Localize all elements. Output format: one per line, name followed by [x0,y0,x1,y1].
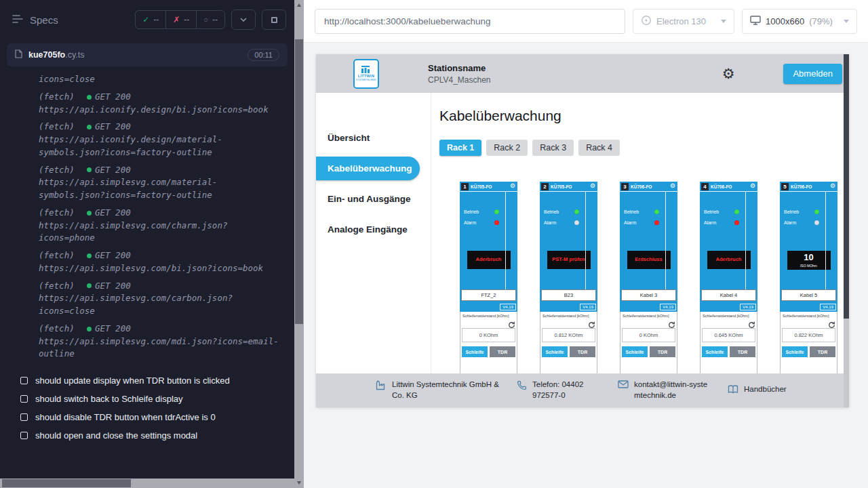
tdr-button[interactable]: TDR [650,346,675,357]
tdr-button[interactable]: TDR [810,346,835,357]
network-log-entry[interactable]: (fetch)GET 200 https://api.iconify.desig… [39,121,286,159]
panel-divider [505,192,506,300]
status-display: Erdschluss [627,251,671,269]
card-gear-icon[interactable]: ⚙ [590,183,595,189]
gear-icon[interactable]: ⚙ [722,66,735,81]
status-display: 10 ISO MOhm [787,251,831,270]
email-link[interactable]: kontakt@littwin-systemtechnik.de [618,380,710,401]
tab-rack-3[interactable]: Rack 3 [532,140,574,156]
scroll-up-arrow[interactable] [297,3,301,7]
slot-number: 1 [461,183,469,190]
url-input[interactable] [315,9,625,34]
scrollbar-thumb[interactable] [295,39,303,324]
test-list: should update display when TDR button is… [0,371,294,445]
test-item[interactable]: should switch back to Schleife display [0,390,294,408]
measurement-value: 0 KOhm [462,328,515,342]
network-log-entry[interactable]: (fetch)GET 200 https://api.simplesvg.com… [39,280,286,318]
schleife-button[interactable]: Schleife [542,346,568,357]
network-log-entry[interactable]: (fetch)GET 200 https://api.iconify.desig… [39,91,286,117]
collapse-button[interactable] [231,9,256,30]
firmware-version: V4.19 [500,304,516,310]
device-model: KÜ706-FO [711,184,732,189]
runner-vertical-scrollbar[interactable] [294,0,304,488]
spec-file-icon [15,49,22,61]
spec-file-name: kue705fo.cy.ts [28,50,84,60]
firmware-version: V4.19 [820,304,836,310]
refresh-icon[interactable] [668,319,675,327]
spec-file-row[interactable]: kue705fo.cy.ts 00:11 [7,43,288,66]
runner-header: Specs ✓ -- ✗ -- ○ -- [0,0,294,39]
passed-count[interactable]: ✓ -- [136,11,165,28]
status-display: Aderbruch [467,251,511,269]
scrollbar-thumb[interactable] [844,54,849,319]
tab-rack-4[interactable]: Rack 4 [578,140,620,156]
test-item[interactable]: should update display when TDR button is… [0,371,294,390]
tdr-button[interactable]: TDR [570,346,595,357]
card-gear-icon[interactable]: ⚙ [750,183,755,189]
refresh-icon[interactable] [508,319,515,327]
electron-icon [641,15,652,28]
browser-select[interactable]: Electron 130 [633,9,734,34]
measurement-panel: Schleifenwiderstand [kOhm] 0 KOhm Schlei… [620,312,677,374]
tab-rack-2[interactable]: Rack 2 [486,140,528,156]
specs-list-icon[interactable] [12,14,23,26]
station-label: Stationsname [428,63,491,73]
betrieb-led [734,209,739,214]
measurement-value: 0.645 KOhm [702,328,755,342]
network-log-entry[interactable]: (fetch)GET 200 https://api.simplesvg.com… [39,249,286,275]
manuals-link[interactable]: Handbücher [728,384,787,397]
test-runner-panel: Specs ✓ -- ✗ -- ○ -- [0,0,304,488]
monitor-icon [750,16,761,27]
measurement-value: 0.822 KOhm [782,328,835,342]
refresh-icon[interactable] [748,319,755,327]
alarm-led [574,220,579,225]
runner-horizontal-scrollbar[interactable] [0,479,294,488]
network-log-entry[interactable]: (fetch)GET 200 https://api.simplesvg.com… [39,323,286,361]
logout-button[interactable]: Abmelden [783,64,842,84]
pending-count[interactable]: ○ -- [196,11,224,28]
scrollbar-thumb[interactable] [2,479,131,487]
tdr-button[interactable]: TDR [730,346,755,357]
stop-button[interactable] [262,9,286,30]
circle-icon: ○ [203,16,208,24]
refresh-icon[interactable] [828,319,835,327]
littwin-logo: LITTWIN SYSTEMTECHNIK [353,59,379,89]
status-display: Aderbruch [707,251,751,269]
device-card-2: 2 KÜ705-FO ⚙ Betrieb Alarm PST-M prüfen [540,182,597,374]
firmware-version: V4.19 [740,304,756,310]
sidebar-item-analoge-eingaenge[interactable]: Analoge Eingänge [316,214,431,245]
cable-name: FTZ_2 [461,289,516,301]
measurement-panel: Schleifenwiderstand [kOhm] 0.645 KOhm Sc… [700,312,757,374]
x-icon: ✗ [173,15,180,24]
refresh-icon[interactable] [588,319,595,327]
failed-count[interactable]: ✗ -- [165,11,196,28]
littwin-logo-icon [361,66,372,73]
sidebar-item-uebersicht[interactable]: Übersicht [316,123,431,153]
tdr-button[interactable]: TDR [490,346,515,357]
schleife-button[interactable]: Schleife [782,346,808,357]
schleife-button[interactable]: Schleife [462,346,488,357]
app-sidebar: Übersicht Kabelüberwachung Ein- und Ausg… [316,93,431,407]
schleife-button[interactable]: Schleife [622,346,648,357]
email-icon [618,380,629,392]
check-icon: ✓ [142,15,149,24]
scroll-down-arrow[interactable] [297,481,301,485]
chevron-down-icon [240,18,247,22]
test-item[interactable]: should open and close the settings modal [0,426,294,445]
app-vertical-scrollbar[interactable] [844,54,849,407]
card-gear-icon[interactable]: ⚙ [830,183,835,189]
card-gear-icon[interactable]: ⚙ [510,183,515,189]
card-gear-icon[interactable]: ⚙ [670,183,675,189]
test-item[interactable]: should disable TDR button when tdrActive… [0,408,294,426]
viewport-size-select[interactable]: 1000x660 (79%) [742,9,857,34]
device-card-3: 3 KÜ706-FO ⚙ Betrieb Alarm Erdschluss [620,182,677,374]
network-log-entry[interactable]: (fetch)GET 200 https://api.simplesvg.com… [39,164,286,202]
network-log-entry[interactable]: (fetch)GET 200 https://api.simplesvg.com… [39,207,286,245]
betrieb-led [494,209,499,214]
sidebar-item-kabelueberwachung[interactable]: Kabelüberwachung [316,157,420,180]
measurement-panel: Schleifenwiderstand [kOhm] 0.812 KOhm Sc… [540,312,597,374]
tab-rack-1[interactable]: Rack 1 [439,140,481,156]
pending-test-icon [20,432,28,439]
schleife-button[interactable]: Schleife [702,346,728,357]
sidebar-item-ein-und-ausgaenge[interactable]: Ein- und Ausgänge [316,184,431,214]
